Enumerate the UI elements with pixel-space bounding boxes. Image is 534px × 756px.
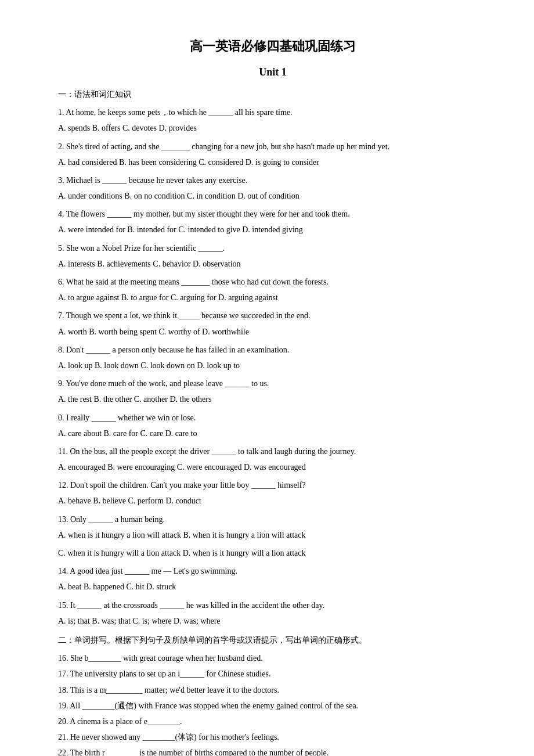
question-11: 11. On the bus, all the people except th… bbox=[58, 444, 488, 474]
question-8: 8. Don't ______ a person only because he… bbox=[58, 343, 488, 373]
question-18: 18. This is a m_________ matter; we'd be… bbox=[58, 683, 488, 697]
section1-header: 一：语法和词汇知识 bbox=[58, 87, 488, 102]
question-22: 22. The birth r________ is the number of… bbox=[58, 746, 488, 756]
section2-header: 二：单词拼写。根据下列句子及所缺单词的首字母或汉语提示，写出单词的正确形式。 bbox=[58, 633, 488, 647]
question-13: 13. Only ______ a human being. A. when i… bbox=[58, 512, 488, 561]
question-6: 6. What he said at the meeting means ___… bbox=[58, 275, 488, 305]
question-1: 1. At home, he keeps some pets，to which … bbox=[58, 105, 488, 135]
question-21: 21. He never showed any ________(体谅) for… bbox=[58, 730, 488, 744]
question-16: 16. She b________ with great courage whe… bbox=[58, 651, 488, 665]
question-7: 7. Though we spent a lot, we think it __… bbox=[58, 308, 488, 339]
question-15: 15. It ______ at the crossroads ______ h… bbox=[58, 598, 488, 628]
question-14: 14. A good idea just ______ me — Let's g… bbox=[58, 564, 488, 594]
page-title: 高一英语必修四基础巩固练习 bbox=[58, 35, 488, 58]
question-3: 3. Michael is ______ because he never ta… bbox=[58, 173, 488, 203]
question-19: 19. All ________(通信) with France was sto… bbox=[58, 699, 488, 713]
question-12: 12. Don't spoil the children. Can't you … bbox=[58, 478, 488, 508]
question-10: 0. I really ______ whether we win or los… bbox=[58, 411, 488, 441]
question-4: 4. The flowers ______ my mother, but my … bbox=[58, 207, 488, 237]
question-17: 17. The university plans to set up an i_… bbox=[58, 667, 488, 681]
question-2: 2. She's tired of acting, and she ______… bbox=[58, 139, 488, 170]
page-subtitle: Unit 1 bbox=[58, 63, 488, 81]
question-20: 20. A cinema is a place of e________. bbox=[58, 714, 488, 729]
question-9: 9. You've done much of the work, and ple… bbox=[58, 376, 488, 406]
question-5: 5. She won a Nobel Prize for her scienti… bbox=[58, 241, 488, 271]
